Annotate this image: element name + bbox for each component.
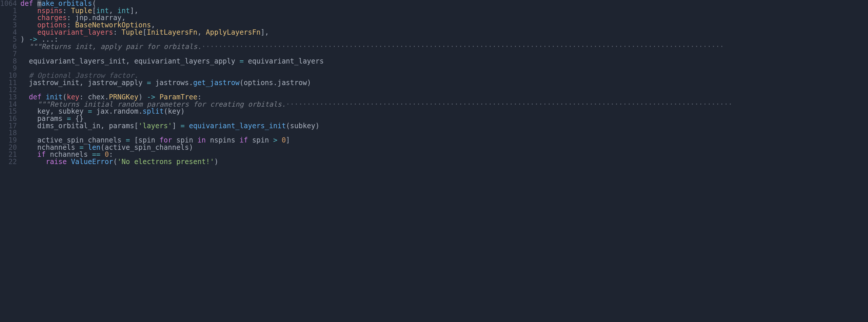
punctuation: .: [109, 107, 113, 116]
function-call: equivariant_layers_init: [189, 122, 286, 130]
code-line[interactable]: nchannels = len(active_spin_channels): [21, 144, 868, 151]
code-editor[interactable]: 1064 1 2 3 4 5 6 7 8 9 10 11 12 13 14 15…: [0, 0, 868, 165]
type-annotation: ApplyLayersFn: [206, 28, 261, 36]
function-call: get_jastrow: [193, 79, 239, 87]
line-number: 19: [0, 137, 17, 144]
code-content[interactable]: def make_orbitals( nspins: Tuple[int, in…: [21, 0, 868, 165]
indent: [21, 122, 37, 130]
namespace: jax: [96, 107, 109, 116]
punctuation: ): [189, 143, 193, 152]
indent: [21, 158, 46, 165]
type-annotation: InitLayersFn: [147, 28, 197, 36]
argument: key: [168, 107, 181, 116]
code-line[interactable]: if nchannels == 0:: [21, 151, 868, 158]
code-line[interactable]: [21, 129, 868, 137]
code-line[interactable]: options: BaseNetworkOptions,: [21, 22, 868, 29]
punctuation: ): [307, 79, 311, 87]
line-number: 9: [0, 65, 17, 72]
operator: =: [177, 122, 189, 130]
code-line[interactable]: jastrow_init, jastrow_apply = jastrows.g…: [21, 79, 868, 87]
variable: equivariant_layers_init: [29, 57, 126, 65]
keyword: if: [235, 136, 252, 144]
operator: >: [269, 136, 282, 144]
punctuation: (: [286, 122, 290, 130]
code-line[interactable]: """Returns initial random parameters for…: [21, 101, 868, 108]
string-literal: 'layers': [138, 122, 172, 130]
variable: jastrow_init: [29, 79, 79, 87]
code-line[interactable]: key, subkey = jax.random.split(key): [21, 108, 868, 115]
line-number: 18: [0, 129, 17, 137]
code-line[interactable]: active_spin_channels = [spin for spin in…: [21, 137, 868, 144]
code-line[interactable]: nspins: Tuple[int, int],: [21, 7, 868, 14]
variable: equivariant_layers: [248, 57, 323, 65]
indent: [21, 79, 29, 87]
line-number: 1064: [0, 0, 17, 7]
line-number: 15: [0, 108, 17, 115]
code-line[interactable]: params = {}: [21, 115, 868, 122]
line-number: 14: [0, 101, 17, 108]
line-number: 4: [0, 29, 17, 36]
indent: [21, 42, 29, 51]
operator: =: [235, 57, 248, 65]
line-number: 21: [0, 151, 17, 158]
punctuation: ): [315, 122, 319, 130]
punctuation: (: [163, 107, 168, 116]
property: random: [113, 107, 138, 116]
variable: dims_orbital_in: [37, 122, 101, 130]
code-line[interactable]: dims_orbital_in, params['layers'] = equi…: [21, 122, 868, 130]
variable: equivariant_layers_apply: [134, 57, 235, 65]
line-number: 10: [0, 72, 17, 79]
code-line[interactable]: [21, 65, 868, 72]
code-line[interactable]: def make_orbitals(: [21, 0, 868, 7]
code-line[interactable]: def init(key: chex.PRNGKey) -> ParamTree…: [21, 94, 868, 101]
code-line[interactable]: charges: jnp.ndarray,: [21, 14, 868, 22]
line-number-gutter: 1064 1 2 3 4 5 6 7 8 9 10 11 12 13 14 15…: [0, 0, 21, 165]
code-line[interactable]: # Optional Jastrow factor.: [21, 72, 868, 79]
code-line[interactable]: raise ValueError('No electrons present!'…: [21, 158, 868, 165]
line-number: 5: [0, 36, 17, 43]
punctuation: ,: [197, 28, 206, 36]
punctuation: ,: [79, 79, 88, 87]
keyword: in: [193, 136, 210, 144]
punctuation: ): [181, 107, 185, 116]
punctuation: :: [113, 28, 122, 36]
variable: jastrow_apply: [88, 79, 143, 87]
punctuation: (: [239, 79, 244, 87]
string-literal: 'No electrons present!': [117, 158, 214, 165]
line-number: 13: [0, 94, 17, 101]
punctuation: .: [138, 107, 143, 116]
keyword: raise: [46, 158, 71, 165]
code-line[interactable]: equivariant_layers: Tuple[InitLayersFn, …: [21, 29, 868, 36]
code-line[interactable]: """Returns init, apply pair for orbitals…: [21, 43, 868, 51]
punctuation: .: [189, 79, 193, 87]
code-line[interactable]: ) -> ...:: [21, 36, 868, 43]
code-line[interactable]: [21, 51, 868, 58]
variable: params: [109, 122, 134, 130]
code-line[interactable]: [21, 86, 868, 94]
punctuation: [: [143, 28, 147, 36]
argument: options: [244, 79, 273, 87]
line-number: 20: [0, 144, 17, 151]
indent: [21, 57, 29, 65]
trailing-dots: ········································…: [286, 100, 733, 108]
operator: =: [143, 79, 155, 87]
punctuation: ]: [286, 136, 290, 144]
property: jastrow: [277, 79, 307, 87]
line-number: 7: [0, 51, 17, 58]
line-number: 11: [0, 79, 17, 87]
type-annotation: Tuple: [122, 28, 143, 36]
trailing-dots: ········································…: [202, 42, 724, 51]
punctuation: ],: [130, 7, 138, 15]
code-line[interactable]: equivariant_layers_init, equivariant_lay…: [21, 58, 868, 65]
line-number: 2: [0, 14, 17, 22]
punctuation: ],: [261, 28, 269, 36]
argument: active_spin_channels: [105, 143, 189, 152]
variable: nspins: [210, 136, 235, 144]
line-number: 3: [0, 22, 17, 29]
line-number: 17: [0, 122, 17, 130]
line-number: 6: [0, 43, 17, 51]
exception-class: ValueError: [71, 158, 113, 165]
punctuation: ]: [172, 122, 176, 130]
punctuation: (: [113, 158, 117, 165]
punctuation: [: [134, 122, 138, 130]
